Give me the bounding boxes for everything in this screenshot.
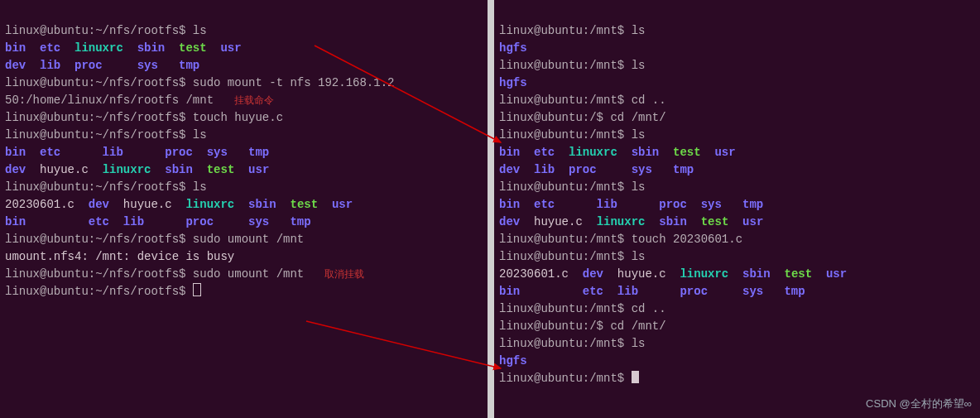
prompt: linux@ubuntu:~/nfs/rootfs$ touch huyue.c (5, 111, 283, 124)
ls-output: hgfs (499, 354, 527, 368)
prompt: linux@ubuntu:~/nfs/rootfs$ (5, 285, 193, 298)
prompt: linux@ubuntu:~/nfs/rootfs$ sudo umount /… (5, 267, 304, 281)
error-text: umount.nfs4: /mnt: device is busy (5, 250, 234, 263)
cursor (632, 371, 639, 383)
prompt: linux@ubuntu:/mnt$ ls (499, 24, 645, 37)
prompt: linux@ubuntu:/mnt$ touch 20230601.c (499, 233, 742, 246)
prompt: linux@ubuntu:/mnt$ cd .. (499, 302, 666, 315)
prompt: linux@ubuntu:/$ cd /mnt/ (499, 111, 666, 124)
ls-output: hgfs (499, 76, 527, 89)
prompt: linux@ubuntu:/mnt$ ls (499, 128, 645, 142)
terminal-screenshot: { "left": { "l1": "linux@ubuntu:~/nfs/ro… (0, 0, 980, 418)
prompt: linux@ubuntu:/mnt$ ls (499, 180, 645, 194)
left-terminal[interactable]: linux@ubuntu:~/nfs/rootfs$ ls bin etc li… (0, 0, 494, 418)
mount-note: 挂载命令 (234, 95, 274, 107)
prompt: linux@ubuntu:/mnt$ ls (499, 250, 645, 263)
umount-note: 取消挂载 (324, 269, 364, 281)
prompt: linux@ubuntu:/mnt$ cd .. (499, 94, 666, 107)
prompt: linux@ubuntu:/mnt$ ls (499, 337, 645, 350)
prompt: linux@ubuntu:~/nfs/rootfs$ sudo mount -t… (5, 76, 394, 89)
prompt: linux@ubuntu:~/nfs/rootfs$ ls (5, 180, 207, 194)
prompt: linux@ubuntu:/mnt$ (499, 372, 632, 385)
cursor (193, 283, 201, 296)
prompt: linux@ubuntu:~/nfs/rootfs$ ls (5, 24, 207, 37)
prompt: linux@ubuntu:/mnt$ ls (499, 59, 645, 72)
prompt: linux@ubuntu:~/nfs/rootfs$ sudo umount /… (5, 233, 304, 246)
prompt: linux@ubuntu:/$ cd /mnt/ (499, 320, 666, 333)
prompt: linux@ubuntu:~/nfs/rootfs$ ls (5, 128, 207, 142)
right-terminal[interactable]: linux@ubuntu:/mnt$ ls hgfs linux@ubuntu:… (494, 0, 980, 418)
ls-output: hgfs (499, 41, 527, 55)
watermark: CSDN @全村的希望∞ (866, 396, 972, 412)
